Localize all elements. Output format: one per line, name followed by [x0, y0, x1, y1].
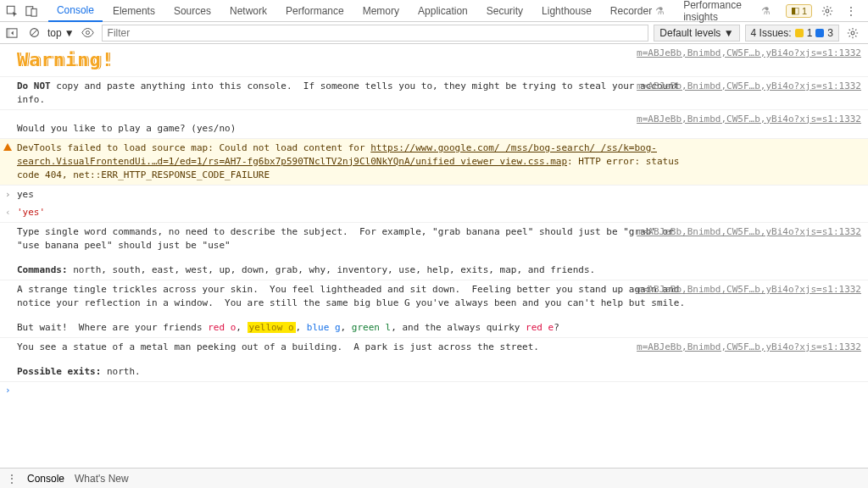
- log-levels-select[interactable]: Default levels ▼: [654, 25, 739, 42]
- drawer-tab-bar: ⋮ Console What's New: [0, 468, 868, 488]
- drawer-tab-whatsnew[interactable]: What's New: [75, 473, 129, 485]
- console-input-row[interactable]: [0, 382, 868, 400]
- tab-label: Elements: [113, 5, 155, 17]
- info-flag-icon: [815, 29, 824, 37]
- warning-count: 1: [802, 6, 807, 16]
- tab-label: Network: [230, 5, 267, 17]
- source-link[interactable]: m=ABJeBb,Bnimbd,CW5F…b,yBi4o?xjs=s1:1332: [637, 80, 861, 93]
- source-link[interactable]: m=ABJeBb,Bnimbd,CW5F…b,yBi4o?xjs=s1:1332: [637, 341, 861, 354]
- tab-lighthouse[interactable]: Lighthouse: [533, 0, 600, 22]
- tab-label: Performance: [286, 5, 344, 17]
- experiment-icon: ⚗: [761, 5, 771, 17]
- log-text: But wait! Where are your friends red o, …: [17, 321, 861, 335]
- live-expression-eye-icon[interactable]: [80, 25, 97, 42]
- tab-label: Sources: [174, 5, 211, 17]
- clear-console-icon[interactable]: [25, 25, 42, 42]
- svg-rect-5: [7, 28, 9, 36]
- source-link[interactable]: m=ABJeBb,Bnimbd,CW5F…b,yBi4o?xjs=s1:1332: [637, 113, 861, 126]
- devtools-tab-strip: Console Elements Sources Network Perform…: [0, 0, 868, 22]
- issues-button[interactable]: 4 Issues: 1 3: [745, 25, 839, 42]
- log-text: DevTools failed to load source map: Coul…: [17, 141, 861, 182]
- chevron-down-icon: ▼: [64, 27, 75, 39]
- tab-label: Recorder: [610, 5, 652, 17]
- tab-recorder[interactable]: Recorder⚗: [602, 0, 673, 22]
- devtools-right-controls: ◧1 ⋮: [786, 3, 865, 19]
- context-label: top: [47, 27, 62, 39]
- tab-label: Memory: [363, 5, 399, 17]
- source-link[interactable]: m=ABJeBb,Bnimbd,CW5F…b,yBi4o?xjs=s1:1332: [637, 225, 861, 239]
- warning-row: DevTools failed to load source map: Coul…: [0, 139, 868, 186]
- drawer-tab-console[interactable]: Console: [27, 473, 64, 485]
- log-row: m=ABJeBb,Bnimbd,CW5F…b,yBi4o?xjs=s1:1332…: [0, 44, 868, 77]
- log-text: Possible exits: north.: [17, 365, 861, 379]
- tab-application[interactable]: Application: [409, 0, 476, 22]
- log-row: m=ABJeBb,Bnimbd,CW5F…b,yBi4o?xjs=s1:1332…: [0, 77, 868, 110]
- tab-label: Application: [418, 5, 468, 17]
- issues-warn-count: 1: [807, 27, 813, 39]
- tab-label: Lighthouse: [542, 5, 592, 17]
- svg-point-3: [826, 9, 829, 13]
- eval-result: 'yes': [17, 206, 861, 219]
- flag-icon: ◧: [791, 5, 799, 16]
- input-echo-row: yes: [0, 186, 868, 204]
- user-input-echo: yes: [17, 188, 861, 202]
- tab-network[interactable]: Network: [221, 0, 275, 22]
- log-row: m=ABJeBb,Bnimbd,CW5F…b,yBi4o?xjs=s1:1332…: [0, 338, 868, 357]
- tab-console[interactable]: Console: [48, 0, 103, 22]
- tab-memory[interactable]: Memory: [354, 0, 408, 22]
- warning-count-badge[interactable]: ◧1: [786, 4, 812, 18]
- log-row: m=ABJeBb,Bnimbd,CW5F…b,yBi4o?xjs=s1:1332…: [0, 280, 868, 313]
- log-row: m=ABJeBb,Bnimbd,CW5F…b,yBi4o?xjs=s1:1332…: [0, 110, 868, 139]
- source-link[interactable]: m=ABJeBb,Bnimbd,CW5F…b,yBi4o?xjs=s1:1332: [637, 283, 861, 297]
- inspect-element-icon[interactable]: [3, 3, 19, 19]
- log-row: Commands: north, south, east, west, up, …: [0, 255, 868, 280]
- log-row: Possible exits: north.: [0, 357, 868, 382]
- device-toolbar-icon[interactable]: [23, 3, 39, 19]
- tab-performance[interactable]: Performance: [277, 0, 353, 22]
- toggle-sidebar-icon[interactable]: [3, 25, 20, 42]
- log-text: Commands: north, south, east, west, up, …: [17, 263, 861, 277]
- issues-info-count: 3: [827, 27, 833, 39]
- svg-line-7: [31, 30, 37, 36]
- source-link[interactable]: m=ABJeBb,Bnimbd,CW5F…b,yBi4o?xjs=s1:1332: [637, 47, 861, 60]
- tab-perf-insights[interactable]: Performance insights⚗: [675, 0, 779, 22]
- console-output: m=ABJeBb,Bnimbd,CW5F…b,yBi4o?xjs=s1:1332…: [0, 44, 868, 468]
- context-selector[interactable]: top ▼: [47, 27, 75, 39]
- tab-security[interactable]: Security: [478, 0, 531, 22]
- warn-flag-icon: [795, 29, 804, 37]
- kebab-menu-icon[interactable]: ⋮: [7, 473, 17, 485]
- kebab-menu-icon[interactable]: ⋮: [843, 3, 860, 19]
- tab-label: Console: [57, 4, 94, 16]
- filter-input[interactable]: [102, 25, 649, 42]
- tab-label: Performance insights: [683, 0, 758, 23]
- console-toolbar: top ▼ Default levels ▼ 4 Issues: 1 3: [0, 22, 868, 44]
- log-row: But wait! Where are your friends red o, …: [0, 313, 868, 338]
- tab-sources[interactable]: Sources: [165, 0, 220, 22]
- eval-result-row: 'yes': [0, 203, 868, 223]
- experiment-icon: ⚗: [655, 5, 665, 17]
- levels-label: Default levels: [659, 27, 721, 39]
- console-settings-gear-icon[interactable]: [844, 25, 861, 42]
- log-row: m=ABJeBb,Bnimbd,CW5F…b,yBi4o?xjs=s1:1332…: [0, 223, 868, 255]
- settings-gear-icon[interactable]: [819, 3, 836, 19]
- tab-elements[interactable]: Elements: [104, 0, 164, 22]
- svg-point-9: [851, 31, 854, 35]
- svg-rect-2: [31, 8, 36, 16]
- tab-label: Security: [487, 5, 523, 17]
- issues-label: 4 Issues:: [751, 27, 792, 39]
- panel-tabs: Console Elements Sources Network Perform…: [48, 0, 779, 22]
- svg-point-8: [86, 31, 90, 35]
- console-input[interactable]: [17, 385, 861, 396]
